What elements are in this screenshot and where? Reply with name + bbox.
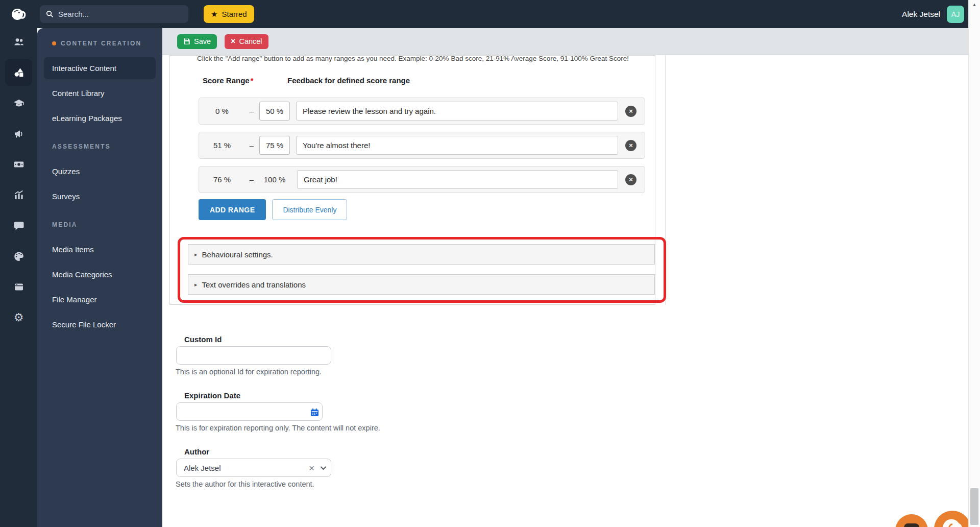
users-icon (13, 36, 24, 47)
author-label: Author (184, 447, 209, 456)
scroll-up-arrow-icon[interactable]: ▲ (969, 2, 980, 7)
custom-id-helper: This is an optional Id for expiration re… (176, 368, 322, 376)
score-range-row: 0 % – × (199, 98, 645, 125)
main-content: Save × Cancel Click the "Add range" butt… (162, 28, 980, 527)
range-min-value: 76 % (199, 175, 245, 184)
scrollbar-thumb[interactable] (970, 488, 978, 525)
cancel-button[interactable]: × Cancel (225, 34, 268, 49)
brand-elephant-logo-icon[interactable] (10, 5, 27, 23)
sidebar-item-elearning-packages[interactable]: eLearning Packages (37, 106, 162, 131)
shapes-icon (13, 67, 24, 78)
score-range-row: 76 % – 100 % × (199, 166, 645, 193)
window-card-icon (13, 281, 24, 293)
star-icon: ★ (211, 10, 217, 19)
feedback-input[interactable] (296, 136, 618, 155)
rail-item-files[interactable] (5, 273, 32, 300)
range-dash: – (245, 175, 258, 184)
range-dash: – (245, 141, 258, 150)
search-box[interactable] (40, 5, 188, 23)
cancel-label: Cancel (239, 37, 262, 45)
rail-item-interactive-content[interactable] (5, 59, 32, 86)
score-range-helper-text: Click the "Add range" button to add as m… (197, 55, 629, 63)
feedback-column-header: Feedback for defined score range (287, 76, 410, 85)
topbar: ★ Starred Alek Jetsel AJ (0, 0, 980, 28)
chart-icon (13, 189, 24, 201)
starred-button[interactable]: ★ Starred (204, 5, 254, 23)
range-dash: – (245, 107, 258, 115)
author-selected-value: Alek Jetsel (184, 464, 221, 472)
rail-item-courses[interactable] (5, 89, 32, 116)
accordion-label: Text overrides and translations (202, 280, 306, 289)
rail-item-messages[interactable] (5, 212, 32, 239)
sidebar-item-media-items[interactable]: Media Items (37, 237, 162, 262)
chat-bubble-icon (13, 220, 24, 231)
x-circle-icon: × (629, 142, 633, 149)
chat-bubble-icon (904, 523, 919, 527)
remove-range-button[interactable]: × (625, 140, 636, 151)
remove-range-button[interactable]: × (625, 174, 636, 185)
range-max-input[interactable] (259, 136, 290, 155)
caret-right-icon: ▸ (194, 251, 198, 258)
app-window: ★ Starred Alek Jetsel AJ (0, 0, 980, 527)
sidebar-item-interactive-content[interactable]: Interactive Content (44, 57, 156, 79)
search-icon (46, 10, 54, 18)
range-actions: ADD RANGE Distribute Evenly (199, 199, 347, 220)
author-helper: Sets the author for this interactive con… (176, 480, 314, 488)
distribute-evenly-button[interactable]: Distribute Evenly (272, 199, 347, 220)
expiration-date-label: Expiration Date (184, 391, 240, 400)
search-input[interactable] (58, 10, 182, 18)
sidebar-section-media: MEDIA (37, 212, 162, 237)
palette-icon (13, 251, 24, 262)
required-asterisk: * (251, 76, 254, 85)
accordion-behavioural-settings[interactable]: ▸ Behavioural settings. (188, 244, 655, 265)
sidebar-item-secure-file-locker[interactable]: Secure File Locker (37, 312, 162, 337)
accordion-label: Behavioural settings. (202, 250, 273, 259)
add-range-button[interactable]: ADD RANGE (199, 199, 266, 220)
calendar-icon (310, 408, 319, 417)
graduation-cap-icon (13, 98, 24, 109)
feedback-input[interactable] (296, 102, 618, 121)
rail-item-users[interactable] (5, 28, 32, 55)
banknote-icon (13, 159, 24, 170)
range-min-value: 51 % (199, 141, 245, 150)
sidebar-item-quizzes[interactable]: Quizzes (37, 159, 162, 184)
avatar[interactable]: AJ (947, 6, 964, 23)
sidebar-item-content-library[interactable]: Content Library (37, 81, 162, 106)
sidebar-item-surveys[interactable]: Surveys (37, 184, 162, 209)
save-button[interactable]: Save (177, 34, 217, 49)
date-picker-button[interactable] (309, 407, 320, 417)
clear-icon[interactable]: × (309, 463, 314, 473)
icon-rail: ⚙ (0, 28, 37, 527)
sidebar-item-file-manager[interactable]: File Manager (37, 287, 162, 312)
rail-item-reports[interactable] (5, 181, 32, 208)
caret-right-icon: ▸ (194, 281, 198, 288)
range-max-value: 100 % (258, 175, 291, 184)
elephant-logo-icon (941, 516, 964, 527)
rail-item-appearance[interactable] (5, 243, 32, 270)
rail-item-settings[interactable]: ⚙ (5, 304, 32, 331)
megaphone-icon (13, 128, 24, 139)
rail-item-announcements[interactable] (5, 120, 32, 147)
remove-range-button[interactable]: × (625, 106, 636, 117)
feedback-input[interactable] (297, 170, 618, 189)
active-section-dot-icon (52, 41, 56, 45)
custom-id-label: Custom Id (184, 335, 222, 344)
x-icon: × (231, 37, 235, 45)
chevron-down-icon[interactable] (321, 464, 326, 470)
author-select[interactable]: Alek Jetsel × (176, 459, 331, 477)
sidebar: CONTENT CREATION Interactive Content Con… (37, 28, 162, 527)
accordion-text-overrides[interactable]: ▸ Text overrides and translations (188, 274, 655, 295)
range-max-input[interactable] (259, 102, 290, 121)
custom-id-input[interactable] (176, 346, 331, 365)
rail-item-payments[interactable] (5, 151, 32, 178)
save-label: Save (194, 37, 211, 45)
page-scrollbar[interactable]: ▲ (968, 0, 980, 527)
toolbar: Save × Cancel (162, 28, 968, 55)
sidebar-item-media-categories[interactable]: Media Categories (37, 262, 162, 287)
range-min-value: 0 % (199, 107, 245, 115)
sidebar-section-content-creation: CONTENT CREATION (37, 31, 162, 56)
expiration-date-input[interactable] (176, 402, 323, 421)
gear-icon: ⚙ (14, 312, 24, 323)
score-range-row: 51 % – × (199, 132, 645, 159)
starred-label: Starred (222, 10, 247, 18)
